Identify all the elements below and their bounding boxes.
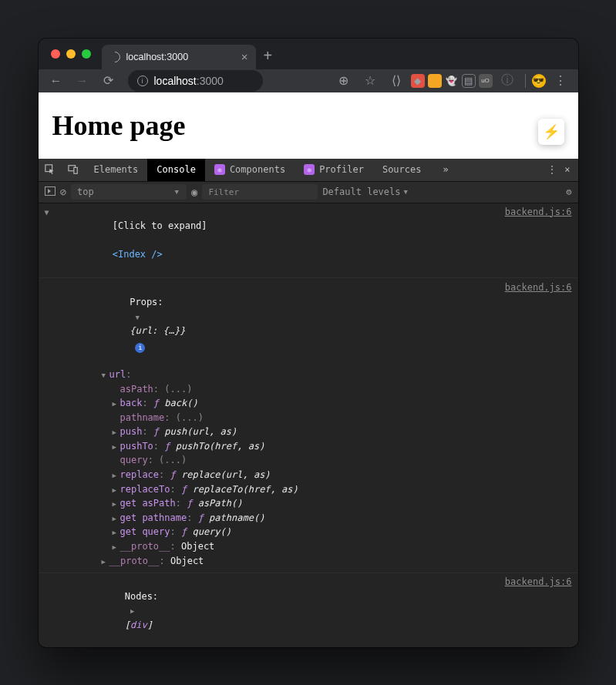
reload-button[interactable]: ⟳ [97,69,120,92]
more-tabs-button[interactable]: » [434,158,458,181]
source-link[interactable]: backend.js:6 [505,280,572,367]
extension-reader-icon[interactable]: ▤ [462,74,476,88]
caret-right-icon[interactable]: ▶ [113,542,120,553]
devtools-panel: Elements Console ⚛Components ⚛Profiler S… [39,159,578,647]
new-tab-button[interactable]: + [264,47,273,65]
react-icon: ⚛ [214,164,225,175]
caret-right-icon[interactable]: ▶ [113,442,120,453]
browser-menu-button[interactable]: ⋮ [549,69,572,92]
site-info-icon[interactable]: i [137,76,148,86]
extension-orange-icon[interactable] [428,74,442,88]
tab-sources[interactable]: Sources [373,158,431,181]
devtools-tabs: Elements Console ⚛Components ⚛Profiler S… [39,159,578,182]
close-tab-button[interactable]: × [241,51,248,62]
zoom-icon[interactable]: ⊕ [332,69,355,92]
caret-right-icon[interactable]: ▶ [113,399,120,410]
profile-avatar-icon[interactable]: 😎 [532,74,546,88]
caret-right-icon[interactable]: ▶ [113,514,120,525]
sidebar-icon [45,186,56,196]
log-entry-expanded: Props: ▼ {url: {…}} i backend.js:6 ▼url:… [39,278,578,573]
window-controls [51,49,91,59]
caret-right-icon[interactable]: ▶ [113,499,120,510]
close-devtools-button[interactable]: × [564,164,570,175]
extension-ghost-icon[interactable]: 👻 [445,74,459,88]
caret-right-icon[interactable]: ▶ [113,485,120,496]
url-port: :3000 [197,75,224,87]
device-icon [68,164,79,175]
tab-elements[interactable]: Elements [85,158,148,181]
react-icon: ⚛ [304,164,315,175]
page-heading: Home page [52,109,564,142]
console-settings-button[interactable]: ⚙ [566,186,571,197]
forward-button[interactable]: → [71,69,94,92]
console-output: ▼ [Click to expand] <Index /> backend.js… [39,203,578,647]
tab-components[interactable]: ⚛Components [205,158,295,181]
maximize-window-button[interactable] [82,49,91,59]
chevron-down-icon: ▼ [404,188,408,196]
clear-console-button[interactable]: ⊘ [60,186,66,198]
inspect-element-button[interactable] [39,158,62,181]
browser-toolbar: ← → ⟳ i localhost:3000 ⊕ ☆ ⟨⟩ ◆ 👻 ▤ uO ⓘ… [39,69,578,92]
caret-right-icon[interactable]: ▶ [130,606,138,617]
log-entry[interactable]: Nodes: ▶ [div] backend.js:6 [39,573,578,646]
inspect-icon [45,164,56,175]
live-expression-button[interactable]: ◉ [191,186,197,198]
source-link[interactable]: backend.js:6 [496,205,572,220]
url-host: localhost [154,75,197,87]
back-button[interactable]: ← [45,69,68,92]
browser-window: localhost:3000 × + ← → ⟳ i localhost:300… [39,39,578,647]
extension-shield-icon[interactable]: ◆ [411,74,425,88]
tab-profiler[interactable]: ⚛Profiler [295,158,373,181]
devtools-menu-button[interactable]: ⋮ [547,164,557,175]
tab-console[interactable]: Console [147,158,205,181]
caret-right-icon[interactable]: ▶ [113,528,120,539]
extension-ublock-icon[interactable]: uO [479,74,493,88]
execution-context-selector[interactable]: top ▼ [71,184,187,200]
tab-title: localhost:3000 [126,52,189,62]
toolbar-separator [525,74,526,88]
close-window-button[interactable] [51,49,60,59]
caret-right-icon[interactable]: ▶ [113,428,120,438]
lightning-icon: ⚡ [543,123,560,140]
console-filter-input[interactable] [202,184,318,200]
device-toolbar-button[interactable] [62,158,85,181]
caret-right-icon[interactable]: ▶ [113,471,120,482]
extension-info-icon[interactable]: ⓘ [496,69,519,92]
minimize-window-button[interactable] [66,49,76,59]
browser-tab[interactable]: localhost:3000 × [102,45,256,69]
caret-down-icon[interactable]: ▼ [135,313,143,324]
info-badge-icon[interactable]: i [135,343,145,353]
console-toolbar: ⊘ top ▼ ◉ Default levels ▼ ⚙ [39,182,578,203]
bookmark-star-icon[interactable]: ☆ [358,69,382,92]
expand-toggle-icon[interactable]: ▼ [45,205,52,219]
spinner-icon [107,49,123,65]
caret-down-icon[interactable]: ▼ [102,371,109,381]
console-sidebar-toggle[interactable] [45,186,56,198]
source-link[interactable]: backend.js:6 [496,575,572,589]
component-tag: <Index /> [113,249,163,260]
log-levels-selector[interactable]: Default levels ▼ [322,186,408,197]
page-content: Home page ⚡ [39,92,578,159]
svg-rect-2 [73,167,76,173]
titlebar: localhost:3000 × + [39,39,578,69]
chevron-down-icon: ▼ [175,188,179,196]
dev-indicator-button[interactable]: ⚡ [538,119,564,145]
log-entry[interactable]: ▼ [Click to expand] <Index /> backend.js… [39,203,578,279]
caret-right-icon[interactable]: ▶ [102,557,109,568]
pocket-icon[interactable]: ⟨⟩ [385,69,408,92]
address-bar[interactable]: i localhost:3000 [128,70,263,92]
